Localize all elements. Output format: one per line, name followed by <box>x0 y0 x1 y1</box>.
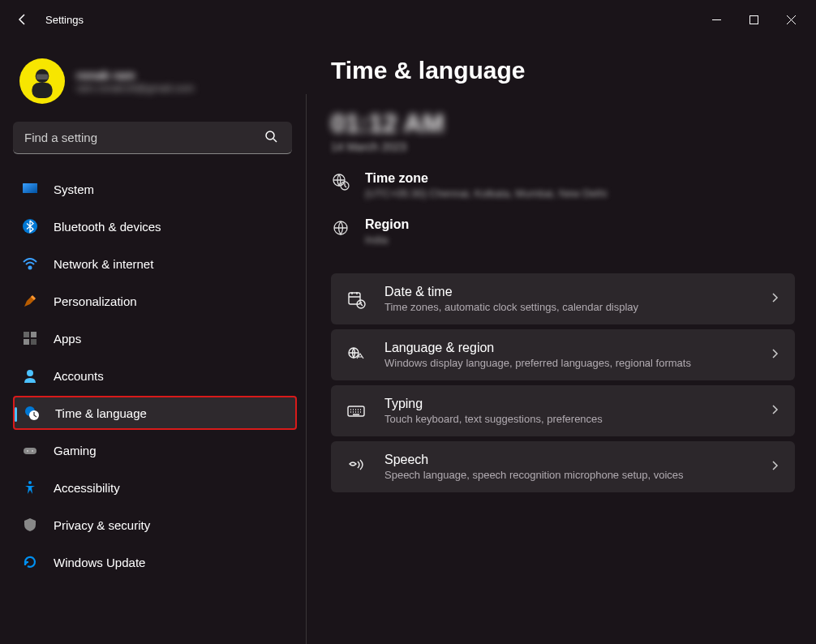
svg-rect-10 <box>24 332 29 337</box>
sidebar-item-label: Personalization <box>54 294 137 308</box>
minimize-button[interactable] <box>698 6 735 32</box>
shield-icon <box>21 516 39 534</box>
search-icon <box>264 130 277 146</box>
sidebar-item-accounts[interactable]: Accounts <box>13 358 297 393</box>
svg-rect-17 <box>24 448 37 454</box>
svg-rect-7 <box>23 183 37 193</box>
sidebar: ronak ram ram.ronak18@gmail.com System B… <box>0 39 307 644</box>
card-date-time[interactable]: Date & time Time zones, automatic clock … <box>331 273 795 324</box>
svg-rect-12 <box>24 339 29 345</box>
card-speech[interactable]: Speech Speech language, speech recogniti… <box>331 441 795 492</box>
sidebar-item-label: System <box>54 182 94 196</box>
profile[interactable]: ronak ram ram.ronak18@gmail.com <box>13 52 297 122</box>
sidebar-item-label: Accounts <box>54 369 104 383</box>
svg-rect-4 <box>37 75 49 79</box>
card-sub: Windows display language, preferred lang… <box>384 357 751 369</box>
sidebar-divider <box>306 94 307 644</box>
chevron-right-icon <box>769 404 780 419</box>
svg-rect-0 <box>712 19 721 20</box>
speech-icon <box>346 457 367 477</box>
sidebar-item-label: Gaming <box>54 444 97 457</box>
accessibility-icon <box>21 479 39 496</box>
language-icon <box>346 346 367 365</box>
page-title: Time & language <box>331 57 795 84</box>
svg-rect-13 <box>31 339 37 345</box>
sidebar-item-label: Windows Update <box>54 556 145 569</box>
close-icon <box>787 15 796 24</box>
app-title: Settings <box>45 14 84 26</box>
person-icon <box>21 367 39 384</box>
profile-name: ronak ram <box>76 68 194 82</box>
svg-rect-1 <box>749 15 758 24</box>
keyboard-icon <box>346 401 367 421</box>
sidebar-item-gaming[interactable]: Gaming <box>13 433 297 467</box>
wifi-icon <box>21 255 39 273</box>
sidebar-item-label: Network & internet <box>54 257 153 271</box>
svg-point-9 <box>29 267 32 269</box>
card-sub: Time zones, automatic clock settings, ca… <box>384 301 751 313</box>
current-date: 14 March 2023 <box>331 140 795 153</box>
sidebar-item-accessibility[interactable]: Accessibility <box>13 470 297 504</box>
sidebar-item-privacy[interactable]: Privacy & security <box>13 508 297 542</box>
update-icon <box>21 553 39 571</box>
sidebar-item-label: Time & language <box>55 406 147 420</box>
search-input[interactable] <box>13 122 292 154</box>
content-area: Time & language 01:12 AM 14 March 2023 T… <box>307 39 816 644</box>
sidebar-item-network[interactable]: Network & internet <box>13 247 297 281</box>
maximize-icon <box>749 15 758 24</box>
back-button[interactable] <box>6 3 39 36</box>
apps-icon <box>21 329 39 347</box>
region-block: Region India <box>331 217 795 246</box>
minimize-icon <box>712 15 721 24</box>
svg-point-19 <box>32 450 33 452</box>
profile-text: ronak ram ram.ronak18@gmail.com <box>76 68 194 94</box>
sidebar-item-system[interactable]: System <box>13 172 297 206</box>
close-button[interactable] <box>772 6 810 32</box>
chevron-right-icon <box>769 292 780 307</box>
svg-point-14 <box>27 370 33 376</box>
svg-point-20 <box>28 481 32 484</box>
svg-point-18 <box>27 450 28 452</box>
card-sub: Touch keyboard, text suggestions, prefer… <box>384 413 751 425</box>
timezone-title: Time zone <box>365 171 607 186</box>
region-title: Region <box>365 217 409 232</box>
gamepad-icon <box>21 441 39 459</box>
globe-icon <box>331 219 350 237</box>
clock-globe-icon <box>23 404 41 422</box>
timezone-value: (UTC+05:30) Chennai, Kolkata, Mumbai, Ne… <box>365 187 607 200</box>
sidebar-item-label: Apps <box>54 332 81 346</box>
sidebar-item-time-language[interactable]: Time & language <box>13 396 297 430</box>
card-title: Typing <box>384 397 751 411</box>
maximize-button[interactable] <box>735 6 772 32</box>
cards-list: Date & time Time zones, automatic clock … <box>331 273 795 492</box>
paintbrush-icon <box>21 292 39 310</box>
card-sub: Speech language, speech recognition micr… <box>384 469 751 481</box>
chevron-right-icon <box>769 348 780 363</box>
titlebar: Settings <box>0 0 816 39</box>
sidebar-item-personalization[interactable]: Personalization <box>13 284 297 318</box>
svg-point-5 <box>266 131 274 140</box>
chevron-right-icon <box>769 460 780 474</box>
sidebar-item-windows-update[interactable]: Windows Update <box>13 545 297 579</box>
svg-rect-24 <box>349 293 360 304</box>
svg-rect-11 <box>31 332 37 337</box>
card-typing[interactable]: Typing Touch keyboard, text suggestions,… <box>331 385 795 436</box>
timezone-icon <box>331 173 350 191</box>
avatar <box>19 58 65 104</box>
profile-email: ram.ronak18@gmail.com <box>76 82 194 94</box>
region-value: India <box>365 234 409 246</box>
timezone-block: Time zone (UTC+05:30) Chennai, Kolkata, … <box>331 171 795 200</box>
sidebar-item-label: Accessibility <box>54 481 120 495</box>
bluetooth-icon <box>21 217 39 235</box>
card-title: Speech <box>384 453 751 467</box>
card-language-region[interactable]: Language & region Windows display langua… <box>331 329 795 380</box>
window-controls <box>698 6 810 32</box>
nav-list: System Bluetooth & devices Network & int… <box>13 169 297 582</box>
sidebar-item-apps[interactable]: Apps <box>13 321 297 355</box>
arrow-left-icon <box>16 13 29 26</box>
sidebar-item-bluetooth[interactable]: Bluetooth & devices <box>13 209 297 243</box>
monitor-icon <box>21 180 39 198</box>
calendar-clock-icon <box>346 290 367 309</box>
svg-rect-3 <box>32 83 52 98</box>
sidebar-item-label: Privacy & security <box>54 518 150 532</box>
